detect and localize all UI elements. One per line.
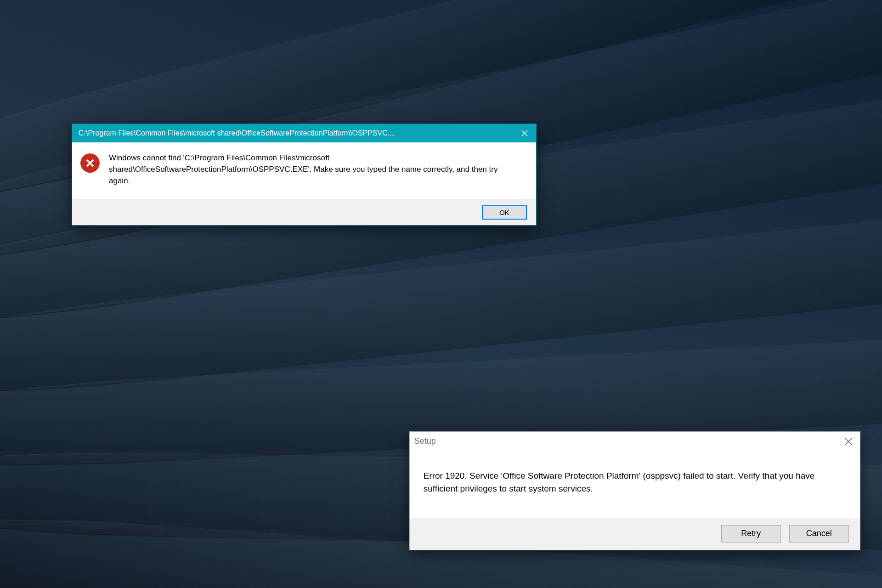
dialog-title: C:\Program Files\Common Files\microsoft …: [79, 129, 513, 137]
x-mark-icon: [85, 158, 96, 169]
close-icon: [521, 130, 528, 137]
close-button[interactable]: [513, 124, 536, 142]
titlebar[interactable]: Setup: [410, 432, 860, 451]
titlebar[interactable]: C:\Program Files\Common Files\microsoft …: [72, 124, 536, 142]
dialog-footer: Retry Cancel: [410, 518, 860, 550]
dialog-body: Windows cannot find 'C:\Program Files\Co…: [72, 142, 536, 199]
error-dialog-file-not-found: C:\Program Files\Common Files\microsoft …: [72, 124, 537, 226]
cancel-button[interactable]: Cancel: [789, 525, 849, 543]
dialog-footer: OK: [72, 199, 536, 225]
close-button[interactable]: [837, 432, 860, 451]
dialog-body: Error 1920. Service 'Office Software Pro…: [410, 451, 860, 518]
error-icon: [80, 153, 100, 173]
dialog-title: Setup: [414, 436, 837, 446]
retry-button[interactable]: Retry: [721, 525, 781, 543]
setup-error-dialog: Setup Error 1920. Service 'Office Softwa…: [409, 431, 860, 550]
dialog-message: Error 1920. Service 'Office Software Pro…: [424, 469, 846, 496]
ok-button[interactable]: OK: [482, 205, 527, 220]
desktop-background: C:\Program Files\Common Files\microsoft …: [0, 0, 882, 588]
close-icon: [844, 437, 853, 446]
dialog-message: Windows cannot find 'C:\Program Files\Co…: [109, 153, 513, 187]
